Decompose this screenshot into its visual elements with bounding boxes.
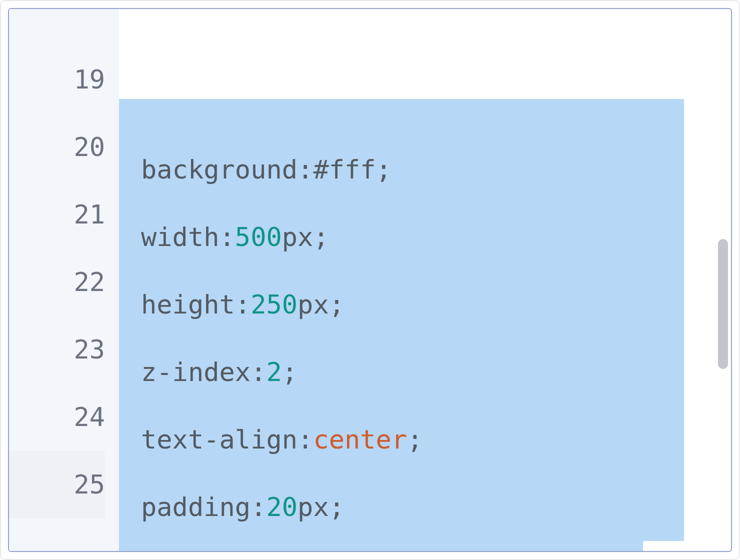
- token: text-align: [141, 424, 298, 454]
- code-text: width:500px;: [119, 222, 329, 252]
- token: :: [298, 154, 313, 184]
- token: :: [235, 290, 250, 320]
- code-text: height:250px;: [119, 290, 344, 320]
- line-number: 20: [9, 114, 105, 181]
- line-number: 21: [9, 181, 105, 248]
- token: px: [282, 222, 314, 252]
- window-frame: 1819202122232425 transform:translate(-50…: [0, 0, 740, 560]
- line-number-text: 24: [74, 402, 105, 432]
- code-line[interactable]: text-align:center;: [119, 406, 731, 474]
- token: padding: [141, 492, 250, 522]
- selection-highlight: [119, 99, 684, 136]
- code-line[interactable]: box-sizing:border-box;: [119, 541, 731, 552]
- code-line[interactable]: padding:20px;: [119, 474, 731, 541]
- token: :: [220, 222, 235, 252]
- token: ;: [282, 357, 298, 387]
- token: ;: [329, 492, 344, 522]
- line-number-text: 23: [74, 334, 105, 364]
- line-number: 24: [9, 384, 105, 451]
- code-editor[interactable]: 1819202122232425 transform:translate(-50…: [8, 8, 732, 552]
- token: height: [141, 290, 235, 320]
- token: :: [250, 357, 266, 387]
- code-line[interactable]: z-index:2;: [119, 338, 731, 406]
- token: :: [250, 492, 266, 522]
- line-number-gutter: 1819202122232425: [9, 9, 119, 551]
- token: center: [313, 424, 407, 454]
- code-text: text-align:center;: [119, 424, 423, 454]
- line-number-text: 19: [74, 64, 105, 94]
- scrollbar-track[interactable]: [717, 9, 728, 551]
- token: ;: [329, 290, 344, 320]
- code-line[interactable]: background:#fff;: [119, 136, 731, 204]
- token: ;: [407, 424, 422, 454]
- token: 250: [250, 290, 298, 320]
- code-line[interactable]: height:250px;: [119, 271, 731, 338]
- line-number-text: 20: [74, 132, 105, 162]
- token: #fff: [313, 154, 376, 184]
- line-number: 19: [9, 46, 105, 114]
- code-line[interactable]: transform:translate(-50%: [119, 99, 731, 136]
- token: background: [141, 154, 298, 184]
- token: width: [141, 222, 220, 252]
- line-number: 23: [9, 316, 105, 384]
- token: px: [298, 492, 329, 522]
- line-number-text: 25: [74, 470, 105, 500]
- line-number-text: 21: [74, 200, 105, 230]
- token: ;: [376, 154, 392, 184]
- token: :: [298, 424, 313, 454]
- token: 500: [235, 222, 282, 252]
- selection-highlight: [119, 541, 643, 552]
- code-text: background:#fff;: [119, 154, 392, 184]
- scrollbar-thumb[interactable]: [718, 239, 728, 369]
- token: ;: [313, 222, 328, 252]
- line-number: 18: [9, 9, 105, 46]
- line-number: 22: [9, 248, 105, 316]
- token: z-index: [141, 357, 250, 387]
- line-number-text: 22: [74, 267, 105, 297]
- code-area[interactable]: transform:translate(-50%background:#fff;…: [119, 9, 731, 551]
- token: 2: [266, 357, 282, 387]
- code-text: z-index:2;: [119, 357, 298, 387]
- line-number: 25: [9, 451, 105, 518]
- token: 20: [266, 492, 298, 522]
- code-text: padding:20px;: [119, 492, 344, 522]
- token: px: [298, 290, 329, 320]
- code-line[interactable]: width:500px;: [119, 204, 731, 271]
